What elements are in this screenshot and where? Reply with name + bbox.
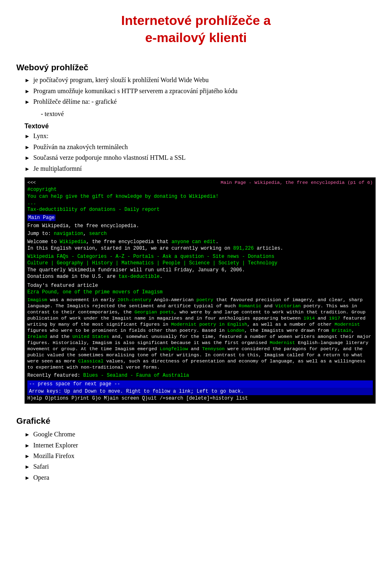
list-item: ► je počítačový program, který slouží k … [24, 76, 376, 85]
lynx-dots: ... [27, 200, 373, 206]
arrow-icon: ► [24, 474, 30, 482]
arrow-icon: ► [24, 76, 30, 84]
textove-section: Textové ► Lynx: ► Používán na znakových … [16, 123, 376, 173]
lynx-tax: Tax-deductibility of donations - Daily r… [27, 206, 373, 213]
lynx-nav-links: Wikipedia FAQs - Categories - A-Z - Port… [27, 253, 373, 260]
lynx-version: In this English version, started in 2001… [27, 245, 373, 252]
graficke-section: Grafické ► Google Chrome ► Internet Expl… [16, 416, 376, 482]
page-title: Internetové prohlížeče a e-mailový klien… [16, 12, 376, 46]
list-item: ► Mozilla Firefox [24, 452, 376, 461]
lynx-main-page: Main Page [27, 215, 373, 221]
lynx-donations: Donations made in the U.S. are tax-deduc… [27, 273, 373, 280]
webovy-section: Webový prohlížeč ► je počítačový program… [16, 63, 376, 118]
lynx-donate: You can help give the gift of knowledge … [27, 193, 373, 200]
textove-heading: Textové [24, 123, 376, 130]
lynx-fundraiser: The quarterly Wikimedia fundraiser will … [27, 267, 373, 273]
list-item: ► Používán na znakových terminálech [24, 143, 376, 152]
list-item: ► Je multiplatformní [24, 164, 376, 173]
lynx-featured-heading: Today's featured article [27, 282, 373, 289]
sub-item-textove: - textové [41, 110, 376, 118]
arrow-icon: ► [24, 165, 30, 173]
list-item: ► Prohlížeče dělíme na: - grafické [24, 97, 376, 106]
lynx-help-bar: H)elp O)ptions P)rint G)o M)ain screen Q… [27, 395, 373, 402]
lynx-welcome: Welcome to Wikipedia, the free encyclope… [27, 239, 373, 245]
list-item: ► Opera [24, 473, 376, 482]
lynx-recently-featured: Recently featured: Blues - Sealand - Fau… [27, 372, 373, 379]
arrow-icon: ► [24, 143, 30, 151]
lynx-arrow-keys: Arrow keys: Up and Down to move. Right t… [27, 388, 373, 395]
lynx-featured-title: Ezra Pound, one of the prime movers of I… [27, 289, 373, 295]
lynx-body-text: Imagism was a movement in early 20th-cen… [27, 297, 373, 370]
graficke-list: ► Google Chrome ► Internet Explorer ► Mo… [24, 430, 376, 482]
list-item: ► Google Chrome [24, 430, 376, 439]
lynx-categories: Culture | Geography | History | Mathemat… [27, 260, 373, 266]
arrow-icon: ► [24, 463, 30, 471]
lynx-jump: Jump to: navigation, search [27, 230, 373, 237]
lynx-press-space: -- press space for next page -- [27, 380, 373, 388]
arrow-icon: ► [24, 442, 30, 449]
arrow-icon: ► [24, 154, 30, 162]
lynx-screenshot: <<< Main Page - Wikipedia, the free ency… [24, 177, 376, 404]
lynx-topbar-left: <<< [27, 179, 36, 186]
arrow-icon: ► [24, 431, 30, 438]
arrow-icon: ► [24, 132, 30, 140]
lynx-copyright: #copyright [27, 186, 373, 193]
graficke-heading: Grafické [16, 416, 376, 426]
list-item: ► Internet Explorer [24, 441, 376, 450]
lynx-intro: From Wikipedia, the free encyclopedia. [27, 223, 373, 229]
webovy-list: ► je počítačový program, který slouží k … [24, 76, 376, 106]
arrow-icon: ► [24, 452, 30, 460]
arrow-icon: ► [24, 98, 30, 106]
list-item: ► Safari [24, 462, 376, 471]
textove-list: ► Lynx: ► Používán na znakových terminál… [24, 132, 376, 173]
list-item: ► Program umožňuje komunikaci s HTTP ser… [24, 87, 376, 96]
list-item: ► Současná verze podporuje mnoho vlastno… [24, 153, 376, 162]
list-item: ► Lynx: [24, 132, 376, 141]
lynx-topbar-right: Main Page - Wikipedia, the free encyclop… [220, 179, 373, 186]
arrow-icon: ► [24, 87, 30, 95]
lynx-topbar: <<< Main Page - Wikipedia, the free ency… [27, 179, 373, 186]
webovy-heading: Webový prohlížeč [16, 63, 376, 72]
